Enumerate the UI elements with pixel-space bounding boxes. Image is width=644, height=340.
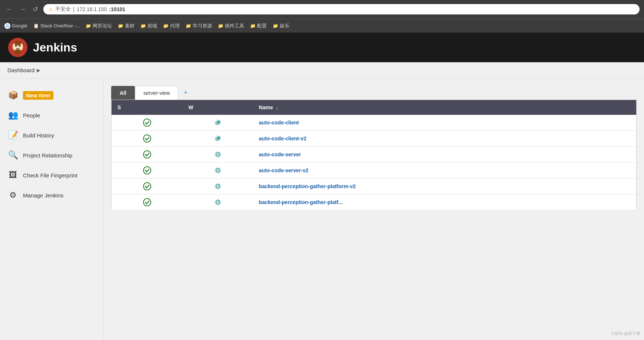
bookmarks-bar: G Google 📋 Stack Overflow -... 📁 网页论坛 📁 …	[0, 19, 644, 33]
svg-point-10	[143, 135, 151, 142]
manage-jenkins-icon: ⚙	[7, 190, 19, 201]
address-port: :10101	[109, 6, 125, 12]
table-row: backend-perception-gather-platf...	[112, 194, 637, 210]
breadcrumb-arrow-icon: ▶	[37, 67, 40, 73]
svg-point-22	[217, 185, 219, 187]
weather-sun-icon-2	[188, 166, 247, 174]
job-link[interactable]: auto-code-server-v2	[259, 167, 309, 173]
breadcrumb-dashboard[interactable]: Dashboard	[7, 67, 34, 73]
sidebar-item-people[interactable]: 👥 People	[0, 105, 103, 125]
job-link[interactable]: backend-perception-gather-platform-v2	[259, 183, 356, 189]
bookmark-config[interactable]: 📁 配置	[250, 23, 267, 29]
add-tab-button[interactable]: +	[178, 86, 193, 100]
status-cell	[112, 194, 183, 210]
sidebar-item-build-history[interactable]: 📝 Build History	[0, 125, 103, 145]
svg-point-14	[143, 151, 151, 158]
jenkins-svg	[9, 39, 27, 56]
status-ok-icon	[117, 198, 176, 206]
status-cell	[112, 179, 183, 194]
jenkins-face-icon	[8, 38, 27, 57]
table-row: backend-perception-gather-platform-v2	[112, 179, 637, 194]
warning-icon: ⚠	[49, 7, 53, 12]
svg-point-13	[216, 137, 218, 138]
name-cell: backend-perception-gather-platform-v2	[253, 179, 637, 194]
weather-cell	[182, 147, 253, 163]
weather-cell	[182, 194, 253, 210]
sidebar-project-relationship-label: Project Relationship	[23, 152, 72, 159]
new-item-label: New Item	[23, 91, 53, 100]
bookmark-entertainment[interactable]: 📁 娱乐	[273, 23, 289, 29]
svg-point-23	[143, 199, 151, 206]
bookmark-proxy[interactable]: 📁 代理	[163, 23, 180, 29]
address-host: 172.16.1.150	[77, 6, 107, 12]
status-ok-icon	[117, 119, 176, 127]
breadcrumb-bar: Dashboard ▶	[0, 62, 644, 79]
bookmark-plugins[interactable]: 📁 插件工具	[218, 23, 244, 29]
column-header-w: W	[182, 100, 253, 115]
new-item-button[interactable]: 📦 New Item	[0, 85, 103, 105]
sidebar-item-manage-jenkins[interactable]: ⚙ Manage Jenkins	[0, 185, 103, 205]
name-cell: auto-code-server	[253, 147, 637, 163]
stackoverflow-icon: 📋	[33, 23, 39, 29]
address-separator: |	[73, 6, 74, 12]
weather-cloud-sun-icon	[188, 119, 247, 127]
jenkins-logo	[7, 37, 28, 58]
job-link[interactable]: backend-perception-gather-platf...	[259, 199, 343, 205]
folder-icon-3: 📁	[140, 23, 146, 29]
svg-point-5	[14, 41, 21, 45]
bookmark-learning[interactable]: 📁 学习资源	[186, 23, 212, 29]
tab-all[interactable]: All	[111, 86, 135, 100]
jenkins-header: Jenkins	[0, 33, 644, 62]
job-link[interactable]: auto-code-server	[259, 151, 301, 157]
name-cell: backend-perception-gather-platf...	[253, 194, 637, 210]
tab-server-view[interactable]: server-view	[135, 86, 179, 100]
refresh-button[interactable]: ↺	[31, 4, 40, 15]
svg-point-17	[143, 167, 151, 174]
sidebar-item-project-relationship[interactable]: 🔍 Project Relationship	[0, 145, 103, 165]
bookmark-proxy-label: 代理	[170, 23, 180, 29]
table-row: auto-code-client-v2	[112, 131, 637, 147]
weather-sun-icon-3	[188, 182, 247, 190]
sidebar-manage-jenkins-label: Manage Jenkins	[23, 192, 63, 199]
svg-point-16	[217, 153, 219, 156]
column-header-name[interactable]: Name ↓	[253, 100, 637, 115]
bookmark-materials-label: 素材	[125, 23, 135, 29]
svg-point-2	[14, 49, 21, 54]
bookmark-webforum[interactable]: 📁 网页论坛	[86, 23, 112, 29]
sidebar-people-label: People	[23, 112, 40, 119]
sidebar-item-check-fingerprint[interactable]: 🖼 Check File Fingerprint	[0, 165, 103, 185]
bookmark-frontend[interactable]: 📁 前端	[140, 23, 157, 29]
job-link[interactable]: auto-code-client-v2	[259, 136, 306, 141]
table-header-row: S W Name ↓	[112, 100, 637, 115]
status-ok-icon	[117, 166, 176, 174]
browser-chrome: ← → ↺ ⚠ 不安全 | 172.16.1.150:10101	[0, 0, 644, 19]
weather-cell	[182, 179, 253, 194]
address-bar[interactable]: ⚠ 不安全 | 172.16.1.150:10101	[43, 4, 640, 14]
job-link[interactable]: auto-code-client	[259, 120, 299, 126]
name-cell: auto-code-client	[253, 115, 637, 131]
folder-icon-2: 📁	[118, 23, 123, 29]
bookmark-google[interactable]: G Google	[4, 23, 27, 29]
jobs-table: S W Name ↓	[111, 100, 637, 210]
status-ok-icon	[117, 150, 176, 159]
folder-icon-8: 📁	[273, 23, 278, 29]
sidebar: 📦 New Item 👥 People 📝 Build History 🔍 Pr…	[0, 79, 104, 340]
bookmark-stackoverflow[interactable]: 📋 Stack Overflow -...	[33, 23, 80, 29]
svg-point-25	[217, 201, 219, 203]
bookmark-learning-label: 学习资源	[193, 23, 212, 29]
forward-button[interactable]: →	[18, 4, 27, 15]
bookmark-webforum-label: 网页论坛	[93, 23, 112, 29]
weather-sun-icon-4	[188, 198, 247, 206]
content-area: All server-view + S W Name ↓	[104, 79, 644, 340]
bookmark-plugins-label: 插件工具	[225, 23, 244, 29]
tabs-bar: All server-view +	[111, 86, 637, 100]
weather-sun-icon	[188, 150, 247, 159]
project-relationship-icon: 🔍	[7, 150, 19, 161]
bookmark-materials[interactable]: 📁 素材	[118, 23, 135, 29]
weather-cloud-sun-icon-2	[188, 134, 247, 143]
back-button[interactable]: ←	[4, 4, 14, 15]
status-ok-icon	[117, 182, 176, 190]
svg-point-8	[215, 122, 220, 125]
sort-icon: ↓	[276, 105, 278, 110]
name-cell: auto-code-server-v2	[253, 163, 637, 179]
